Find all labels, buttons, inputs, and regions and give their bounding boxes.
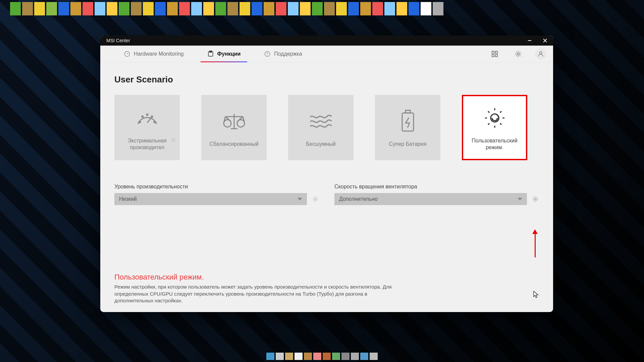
svg-rect-11 bbox=[492, 51, 494, 53]
svg-line-4 bbox=[127, 53, 128, 54]
svg-rect-14 bbox=[495, 54, 497, 56]
titlebar: MSI Center bbox=[100, 36, 553, 46]
top-background-strip bbox=[0, 2, 644, 15]
settings-button[interactable] bbox=[512, 47, 525, 61]
content-area: User Scenario Экстримальная производител… bbox=[100, 62, 553, 312]
gauge-icon bbox=[135, 105, 159, 131]
card-label: Супер Батарея bbox=[389, 141, 426, 147]
window-title: MSI Center bbox=[106, 38, 130, 43]
svg-point-37 bbox=[534, 198, 536, 200]
svg-point-18 bbox=[139, 121, 141, 123]
fan-value: Дополнительно bbox=[339, 196, 378, 202]
balance-icon bbox=[221, 108, 248, 135]
svg-point-15 bbox=[517, 53, 519, 55]
functions-icon bbox=[207, 51, 214, 57]
svg-point-10 bbox=[267, 55, 268, 55]
card-label: Пользовательский режим. bbox=[467, 137, 523, 151]
card-balanced[interactable]: Сбалансированный bbox=[201, 95, 267, 160]
svg-point-23 bbox=[173, 139, 174, 141]
card-extreme-performance[interactable]: Экстримальная производител bbox=[114, 95, 180, 160]
account-button[interactable] bbox=[535, 48, 546, 60]
performance-label: Уровень производительности bbox=[114, 184, 319, 190]
fan-dropdown[interactable]: Дополнительно bbox=[334, 193, 527, 205]
svg-line-30 bbox=[237, 117, 243, 121]
card-label: Бесшумный bbox=[306, 141, 335, 147]
svg-rect-34 bbox=[406, 110, 410, 113]
nav-label: Поддержка bbox=[274, 51, 302, 57]
nav-label: Функции bbox=[217, 51, 241, 57]
monitoring-icon bbox=[124, 51, 130, 57]
description-title: Пользовательский режим. bbox=[114, 273, 539, 282]
svg-point-20 bbox=[142, 116, 143, 117]
performance-dropdown[interactable]: Низкий bbox=[114, 193, 307, 205]
svg-point-22 bbox=[147, 114, 148, 115]
fan-advanced-gear[interactable] bbox=[532, 195, 539, 203]
description-body: Режим настройки, при котором пользовател… bbox=[114, 284, 403, 304]
svg-point-19 bbox=[154, 121, 155, 123]
svg-rect-5 bbox=[208, 52, 213, 56]
card-silent[interactable]: Бесшумный bbox=[288, 95, 354, 160]
nav-hardware-monitoring[interactable]: Hardware Monitoring bbox=[117, 46, 191, 62]
settings-row: Уровень производительности Низкий Скорос… bbox=[114, 184, 539, 205]
page-heading: User Scenario bbox=[114, 74, 539, 85]
performance-advanced-gear[interactable] bbox=[312, 195, 319, 203]
card-custom-mode[interactable]: Пользовательский режим. bbox=[462, 95, 527, 160]
svg-rect-12 bbox=[495, 51, 497, 53]
svg-rect-13 bbox=[492, 54, 494, 56]
close-button[interactable] bbox=[540, 36, 550, 45]
nav-functions[interactable]: Функции bbox=[201, 46, 248, 62]
top-nav: Hardware Monitoring Функции Поддержка bbox=[100, 46, 553, 62]
minimize-button[interactable] bbox=[524, 36, 535, 45]
scenario-cards: Экстримальная производител Сбалансирован… bbox=[114, 95, 539, 160]
nav-label: Hardware Monitoring bbox=[134, 51, 184, 57]
mode-description: Пользовательский режим. Режим настройки,… bbox=[114, 266, 539, 304]
support-icon bbox=[264, 51, 271, 57]
svg-line-29 bbox=[225, 117, 231, 121]
svg-point-16 bbox=[540, 52, 542, 54]
fan-label: Скорость вращения вентилятора bbox=[334, 184, 539, 190]
nav-support[interactable]: Поддержка bbox=[257, 46, 309, 62]
battery-icon bbox=[400, 108, 416, 135]
svg-point-21 bbox=[151, 116, 153, 117]
chevron-down-icon bbox=[518, 198, 522, 200]
card-super-battery[interactable]: Супер Батарея bbox=[375, 95, 440, 160]
apps-grid-button[interactable] bbox=[488, 47, 501, 61]
performance-setting: Уровень производительности Низкий bbox=[114, 184, 319, 205]
svg-point-36 bbox=[314, 198, 316, 200]
bottom-background-strip bbox=[0, 353, 644, 360]
annotation-arrow bbox=[532, 229, 538, 257]
card-settings-icon[interactable] bbox=[170, 137, 176, 143]
app-window: MSI Center Hardware Monitoring Функции bbox=[100, 36, 553, 312]
svg-rect-33 bbox=[402, 113, 414, 131]
waves-icon bbox=[308, 108, 334, 135]
fan-setting: Скорость вращения вентилятора Дополнител… bbox=[334, 184, 539, 205]
gear-icon bbox=[484, 105, 506, 131]
card-label: Сбалансированный bbox=[209, 141, 258, 147]
chevron-down-icon bbox=[298, 198, 302, 200]
card-label: Экстримальная производител bbox=[118, 137, 176, 151]
performance-value: Низкий bbox=[119, 196, 137, 202]
